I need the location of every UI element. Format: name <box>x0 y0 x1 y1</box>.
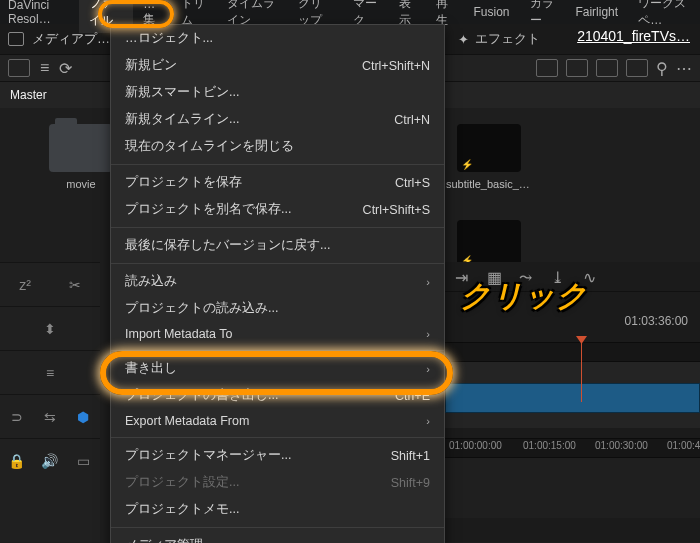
bin-label: subtitle_basic_Lo… <box>446 178 532 190</box>
scissors-icon[interactable]: ✂ <box>65 275 85 295</box>
menu-item-17[interactable]: Export Metadata From› <box>111 409 444 433</box>
menu-item-label: プロジェクトを別名で保存... <box>125 201 291 218</box>
menu-fusion[interactable]: Fusion <box>463 1 519 23</box>
transform-icon[interactable]: ⬍ <box>40 319 60 339</box>
menu-shortcut: Ctrl+E <box>395 389 430 403</box>
menu-item-label: Export Metadata From <box>125 414 249 428</box>
chevron-right-icon: › <box>426 415 430 427</box>
marker-icon[interactable]: ⬢ <box>73 407 93 427</box>
app-name: DaVinci Resol… <box>0 0 79 26</box>
wand-icon: ✦ <box>458 32 469 47</box>
menu-fairlight[interactable]: Fairlight <box>565 1 628 23</box>
monitor-icon[interactable]: ▭ <box>73 451 93 471</box>
menu-item-1[interactable]: 新規ビンCtrl+Shift+N <box>111 52 444 79</box>
menu-item-6[interactable]: プロジェクトを保存Ctrl+S <box>111 169 444 196</box>
link-icon[interactable]: ⇆ <box>40 407 60 427</box>
magnet-icon[interactable]: ⊃ <box>7 407 27 427</box>
annotation-click-label: クリック <box>460 276 588 317</box>
project-name: 210401_fireTVs… <box>577 28 690 44</box>
menu-item-12[interactable]: プロジェクトの読み込み... <box>111 295 444 322</box>
menu-item-0[interactable]: …ロジェクト... <box>111 25 444 52</box>
layout-3-icon[interactable] <box>596 59 618 77</box>
media-pool-label[interactable]: メディアプ… <box>32 30 110 48</box>
menu-shortcut: Ctrl+N <box>394 113 430 127</box>
menu-item-label: 新規スマートビン... <box>125 84 239 101</box>
menu-item-16[interactable]: プロジェクトの書き出し...Ctrl+E <box>111 382 444 409</box>
layout-4-icon[interactable] <box>626 59 648 77</box>
menu-item-label: 書き出し <box>125 360 177 377</box>
chevron-right-icon: › <box>426 328 430 340</box>
menu-item-2[interactable]: 新規スマートビン... <box>111 79 444 106</box>
refresh-icon[interactable]: ⟳ <box>59 59 72 78</box>
effects-label: エフェクト <box>475 30 540 48</box>
timecode[interactable]: 01:03:36:00 <box>625 314 688 328</box>
media-pool-icon[interactable] <box>8 32 24 46</box>
speaker-icon[interactable]: 🔊 <box>40 451 60 471</box>
menu-shortcut: Shift+9 <box>391 476 430 490</box>
clip-icon <box>457 220 521 268</box>
lock-icon[interactable]: 🔒 <box>7 451 27 471</box>
menu-shortcut: Ctrl+Shift+S <box>363 203 430 217</box>
file-menu-dropdown: …ロジェクト...新規ビンCtrl+Shift+N新規スマートビン...新規タイ… <box>110 24 445 543</box>
menu-item-label: 新規タイムライン... <box>125 111 239 128</box>
audio-track[interactable] <box>445 458 700 518</box>
ruler-label: 01:00:45:00 <box>667 440 700 451</box>
menu-shortcut: Ctrl+Shift+N <box>362 59 430 73</box>
menu-item-label: プロジェクト設定... <box>125 474 239 491</box>
menu-item-label: 新規ビン <box>125 57 177 74</box>
effects-toggle[interactable]: ✦ エフェクト <box>458 30 540 48</box>
menu-item-3[interactable]: 新規タイムライン...Ctrl+N <box>111 106 444 133</box>
menu-item-label: プロジェクトの読み込み... <box>125 300 278 317</box>
menu-item-15[interactable]: 書き出し› <box>111 355 444 382</box>
menu-item-label: プロジェクトメモ... <box>125 501 239 518</box>
playhead[interactable] <box>581 342 582 402</box>
bin-clip-2[interactable] <box>446 220 532 268</box>
folder-icon <box>49 124 113 172</box>
timeline-ruler-top[interactable] <box>445 342 700 362</box>
sleep-icon[interactable]: z² <box>15 275 35 295</box>
menu-item-21[interactable]: プロジェクトメモ... <box>111 496 444 523</box>
sliders-icon[interactable]: ≡ <box>40 363 60 383</box>
menu-item-label: プロジェクトを保存 <box>125 174 242 191</box>
layout-1-icon[interactable] <box>536 59 558 77</box>
menu-item-label: …ロジェクト... <box>125 30 213 47</box>
menu-shortcut: Shift+1 <box>391 449 430 463</box>
menu-item-label: 読み込み <box>125 273 177 290</box>
menu-item-label: メディア管理... <box>125 537 213 543</box>
menu-shortcut: Ctrl+S <box>395 176 430 190</box>
view-list-icon[interactable] <box>8 59 30 77</box>
more-icon[interactable]: ⋯ <box>676 59 692 78</box>
menu-item-13[interactable]: Import Metadata To› <box>111 322 444 346</box>
menu-item-label: Import Metadata To <box>125 327 232 341</box>
inspector-rail: z² ✂ ⬍ ≡ ⊃ ⇆ ⬢ 🔒 🔊 ▭ <box>0 262 100 542</box>
menu-item-label: プロジェクトの書き出し... <box>125 387 278 404</box>
sort-icon[interactable]: ≡ <box>40 59 49 77</box>
ruler-label: 01:00:30:00 <box>595 440 648 451</box>
menu-item-20: プロジェクト設定...Shift+9 <box>111 469 444 496</box>
menu-item-label: 最後に保存したバージョンに戻す... <box>125 237 330 254</box>
layout-2-icon[interactable] <box>566 59 588 77</box>
menu-item-9[interactable]: 最後に保存したバージョンに戻す... <box>111 232 444 259</box>
chevron-right-icon: › <box>426 276 430 288</box>
bin-clip-subtitle[interactable]: subtitle_basic_Lo… <box>446 124 532 190</box>
menu-item-label: 現在のタイムラインを閉じる <box>125 138 294 155</box>
ruler-label: 01:00:15:00 <box>523 440 576 451</box>
timeline-clip[interactable] <box>445 383 700 413</box>
menu-item-19[interactable]: プロジェクトマネージャー...Shift+1 <box>111 442 444 469</box>
menu-item-7[interactable]: プロジェクトを別名で保存...Ctrl+Shift+S <box>111 196 444 223</box>
menu-item-4[interactable]: 現在のタイムラインを閉じる <box>111 133 444 160</box>
clip-icon <box>457 124 521 172</box>
menubar: DaVinci Resol… ファイル …集 トリム タイムライン クリップ マ… <box>0 0 700 24</box>
search-icon[interactable]: ⚲ <box>656 59 668 78</box>
menu-item-label: プロジェクトマネージャー... <box>125 447 291 464</box>
ruler-label: 01:00:00:00 <box>449 440 502 451</box>
menu-color[interactable]: カラー <box>520 0 566 33</box>
chevron-right-icon: › <box>426 363 430 375</box>
menu-item-23[interactable]: メディア管理... <box>111 532 444 543</box>
menu-item-11[interactable]: 読み込み› <box>111 268 444 295</box>
